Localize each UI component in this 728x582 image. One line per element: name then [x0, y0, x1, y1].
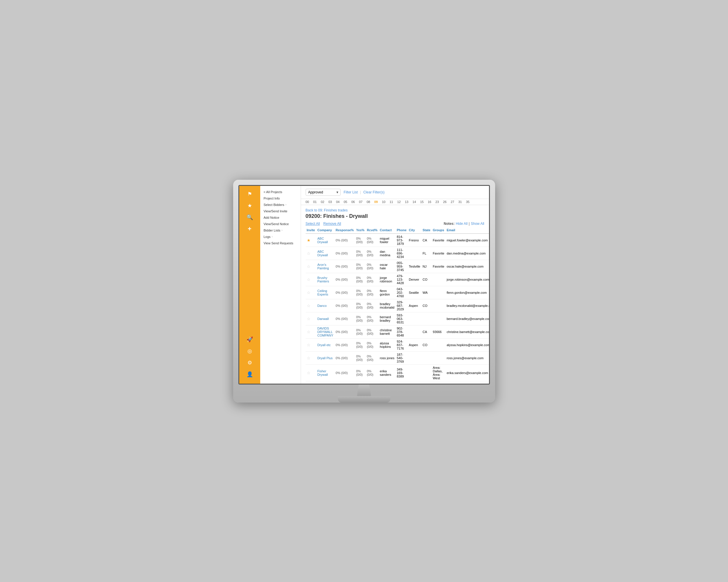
- trade-09[interactable]: 09: [374, 200, 378, 203]
- star-cell[interactable]: ☆: [307, 251, 311, 256]
- user-icon[interactable]: 👤: [244, 369, 255, 380]
- nav-project-info[interactable]: Project Info: [260, 195, 301, 201]
- breadcrumb[interactable]: Back to 09: Finishes trades: [306, 208, 348, 212]
- select-all-link[interactable]: Select All: [306, 222, 320, 226]
- hide-all-link[interactable]: Hide All: [456, 222, 468, 226]
- col-city[interactable]: City: [408, 227, 421, 233]
- cell-invite[interactable]: ☆: [306, 325, 316, 338]
- nav-view-send-invite[interactable]: View/Send Invite: [260, 208, 301, 214]
- trade-12[interactable]: 12: [397, 200, 401, 203]
- flag-icon[interactable]: ⚑: [244, 189, 255, 199]
- nav-view-send-notice[interactable]: View/Send Notice: [260, 221, 301, 227]
- show-all-link[interactable]: Show All: [471, 222, 484, 226]
- company-link[interactable]: Fisher Drywall: [317, 369, 328, 377]
- trade-16[interactable]: 16: [428, 200, 432, 203]
- star-cell[interactable]: ☆: [307, 356, 311, 360]
- cell-company[interactable]: DAVIDS DRYWALL COMPANY: [316, 325, 335, 338]
- col-contact[interactable]: Contact: [379, 227, 396, 233]
- trade-07[interactable]: 07: [359, 200, 362, 203]
- cell-invite[interactable]: ☆: [306, 351, 316, 364]
- company-link[interactable]: Brushy Painters: [317, 276, 329, 283]
- trade-04[interactable]: 04: [336, 200, 340, 203]
- star-cell[interactable]: ☆: [307, 290, 311, 295]
- nav-select-bidders[interactable]: Select Bidders ›: [260, 201, 301, 208]
- cell-company[interactable]: ABC Drywall: [316, 233, 335, 247]
- trade-27[interactable]: 27: [450, 200, 454, 203]
- cell-company[interactable]: Fisher Drywall: [316, 364, 335, 381]
- cell-company[interactable]: ABC Drywall: [316, 247, 335, 260]
- star-cell[interactable]: ☆: [307, 277, 311, 282]
- col-response[interactable]: Response%: [335, 227, 355, 233]
- nav-all-projects[interactable]: < All Projects: [260, 189, 301, 195]
- nav-logs[interactable]: Logs ›: [260, 233, 301, 240]
- nav-bidder-lists[interactable]: Bidder Lists ›: [260, 227, 301, 233]
- trade-26[interactable]: 26: [443, 200, 446, 203]
- col-company[interactable]: Company: [316, 227, 335, 233]
- cell-company[interactable]: Danco: [316, 299, 335, 312]
- company-link[interactable]: Danco: [317, 304, 327, 307]
- cell-invite[interactable]: ☆: [306, 260, 316, 273]
- trade-01[interactable]: 01: [313, 200, 317, 203]
- star-cell[interactable]: ☆: [307, 303, 311, 308]
- star-cell[interactable]: ☆: [307, 330, 311, 334]
- col-email[interactable]: Email: [445, 227, 489, 233]
- trade-35[interactable]: 35: [466, 200, 469, 203]
- trade-08[interactable]: 08: [367, 200, 370, 203]
- company-link[interactable]: Danwall: [317, 317, 329, 321]
- plus-icon[interactable]: +: [244, 224, 255, 234]
- nav-view-send-requests[interactable]: View Send Requests: [260, 240, 301, 246]
- trade-05[interactable]: 05: [344, 200, 347, 203]
- clear-filters-link[interactable]: Clear Filter(s): [363, 190, 385, 194]
- cell-invite[interactable]: ☆: [306, 273, 316, 286]
- trade-03[interactable]: 03: [328, 200, 332, 203]
- remove-all-link[interactable]: Remove All: [323, 222, 341, 226]
- col-yes[interactable]: Yes%: [355, 227, 366, 233]
- company-link[interactable]: Ceiling Experts: [317, 289, 328, 296]
- cell-company[interactable]: Aron's Painting: [316, 260, 335, 273]
- col-state[interactable]: State: [421, 227, 432, 233]
- company-link[interactable]: ABC Drywall: [317, 250, 328, 257]
- trade-23[interactable]: 23: [436, 200, 439, 203]
- star-cell[interactable]: ☆: [307, 343, 311, 347]
- star-icon[interactable]: ★: [244, 200, 255, 211]
- trade-02[interactable]: 02: [321, 200, 324, 203]
- cell-invite[interactable]: ☆: [306, 286, 316, 299]
- cell-invite[interactable]: ☆: [306, 299, 316, 312]
- gear-icon[interactable]: ⚙: [244, 357, 255, 368]
- cell-company[interactable]: Dryall etc: [316, 338, 335, 351]
- col-invite[interactable]: Invite: [306, 227, 316, 233]
- trade-10[interactable]: 10: [382, 200, 385, 203]
- star-cell[interactable]: ☆: [307, 264, 311, 269]
- trade-00[interactable]: 00: [306, 200, 309, 203]
- star-cell[interactable]: ☆: [307, 316, 311, 321]
- company-link[interactable]: Dryall etc: [317, 343, 331, 347]
- col-phone[interactable]: Phone: [396, 227, 408, 233]
- rocket-icon[interactable]: 🚀: [244, 334, 255, 345]
- cell-company[interactable]: Dryall Plus: [316, 351, 335, 364]
- star-cell[interactable]: ☆: [307, 370, 311, 375]
- trade-31[interactable]: 31: [459, 200, 462, 203]
- company-link[interactable]: DAVIDS DRYWALL COMPANY: [317, 327, 333, 337]
- trade-11[interactable]: 11: [389, 200, 393, 203]
- cell-invite[interactable]: ☆: [306, 364, 316, 381]
- cell-invite[interactable]: ★: [306, 233, 316, 247]
- company-link[interactable]: ABC Drywall: [317, 237, 328, 244]
- nav-add-notice[interactable]: Add Notice: [260, 214, 301, 221]
- trade-06[interactable]: 06: [352, 200, 355, 203]
- star-cell[interactable]: ★: [307, 238, 311, 243]
- filter-list-link[interactable]: Filter List: [343, 190, 358, 194]
- target-icon[interactable]: ◎: [244, 346, 255, 356]
- cell-company[interactable]: Ceiling Experts: [316, 286, 335, 299]
- trade-13[interactable]: 13: [405, 200, 408, 203]
- cell-invite[interactable]: ☆: [306, 312, 316, 325]
- cell-invite[interactable]: ☆: [306, 338, 316, 351]
- cell-invite[interactable]: ☆: [306, 247, 316, 260]
- trade-14[interactable]: 14: [413, 200, 416, 203]
- filter-select[interactable]: Approved Pending All: [306, 189, 341, 196]
- cell-company[interactable]: Danwall: [316, 312, 335, 325]
- trade-15[interactable]: 15: [420, 200, 423, 203]
- col-rcvd[interactable]: Rcvd%: [366, 227, 379, 233]
- cell-company[interactable]: Brushy Painters: [316, 273, 335, 286]
- search-icon[interactable]: 🔍: [244, 212, 255, 222]
- company-link[interactable]: Aron's Painting: [317, 263, 329, 270]
